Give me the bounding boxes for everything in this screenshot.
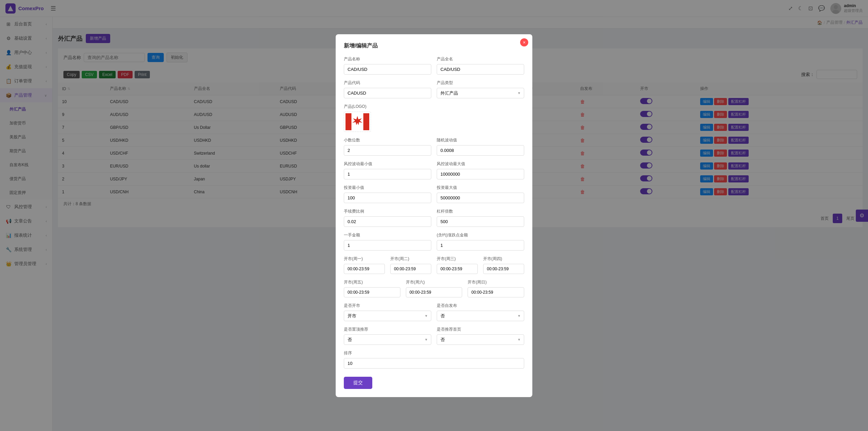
form-row-open-2: 开市(周五) 开市(周六) 开市(周日) bbox=[344, 279, 524, 297]
form-group-risk-max: 风控波动最大值 bbox=[437, 161, 524, 179]
open-fri-label: 开市(周五) bbox=[344, 279, 400, 285]
is-self-publish-select[interactable]: 否 是 bbox=[437, 311, 524, 321]
open-wed-label: 开市(周三) bbox=[437, 256, 478, 262]
open-mon-label: 开市(周一) bbox=[344, 256, 385, 262]
sort-label: 排序 bbox=[344, 350, 524, 356]
form-group-invest-min: 投资最小值 bbox=[344, 185, 431, 203]
form-group-open-sat: 开市(周六) bbox=[406, 279, 462, 297]
is-self-publish-label: 是否自发布 bbox=[437, 303, 524, 309]
form-row-6: 手续费比例 杠杆倍数 bbox=[344, 209, 524, 227]
form-group-risk-min: 风控波动最小值 bbox=[344, 161, 431, 179]
form-group-is-top: 是否置顶推荐 否 是 bbox=[344, 327, 431, 345]
open-sat-label: 开市(周六) bbox=[406, 279, 462, 285]
is-top-wrapper: 否 是 bbox=[344, 334, 431, 345]
modal-overlay: 新增/编辑产品 × 产品名称 产品全名 产品代码 产品类型 bbox=[0, 0, 868, 431]
form-row-3: 小数位数 随机波动值 bbox=[344, 137, 524, 156]
product-name-label: 产品名称 bbox=[344, 56, 431, 62]
sort-input[interactable] bbox=[344, 358, 524, 369]
random-fluctuation-input[interactable] bbox=[437, 145, 524, 156]
is-open-label: 是否开市 bbox=[344, 303, 431, 309]
risk-min-input[interactable] bbox=[344, 169, 431, 179]
risk-max-input[interactable] bbox=[437, 169, 524, 179]
lot-amount-input[interactable] bbox=[344, 240, 431, 251]
form-group-open-fri: 开市(周五) bbox=[344, 279, 400, 297]
form-group-is-open: 是否开市 开市 休市 bbox=[344, 303, 431, 321]
decimal-input[interactable] bbox=[344, 145, 431, 156]
logo-preview[interactable] bbox=[344, 112, 371, 132]
is-homepage-select[interactable]: 否 是 bbox=[437, 334, 524, 345]
form-group-product-type: 产品类型 外汇产品 加密货币 美股产品 期货产品 bbox=[437, 80, 524, 98]
spread-label: (含约)涨跌点金额 bbox=[437, 232, 524, 238]
open-sun-input[interactable] bbox=[468, 287, 524, 297]
form-group-is-self-publish: 是否自发布 否 是 bbox=[437, 303, 524, 321]
product-type-label: 产品类型 bbox=[437, 80, 524, 86]
is-homepage-wrapper: 否 是 bbox=[437, 334, 524, 345]
product-code-input[interactable] bbox=[344, 88, 431, 98]
open-fri-input[interactable] bbox=[344, 287, 400, 297]
invest-min-label: 投资最小值 bbox=[344, 185, 431, 191]
product-type-select[interactable]: 外汇产品 加密货币 美股产品 期货产品 bbox=[437, 88, 524, 98]
form-row-7: 一手金额 (含约)涨跌点金额 bbox=[344, 232, 524, 251]
product-fullname-input[interactable] bbox=[437, 64, 524, 75]
modal-close-button[interactable]: × bbox=[520, 38, 528, 46]
form-group-invest-max: 投资最大值 bbox=[437, 185, 524, 203]
product-code-label: 产品代码 bbox=[344, 80, 431, 86]
form-group-lot-amount: 一手金额 bbox=[344, 232, 431, 251]
fee-ratio-label: 手续费比例 bbox=[344, 209, 431, 214]
is-top-label: 是否置顶推荐 bbox=[344, 327, 431, 332]
form-group-open-sun: 开市(周日) bbox=[468, 279, 524, 297]
logo-label: 产品(LOGO) bbox=[344, 104, 524, 110]
product-fullname-label: 产品全名 bbox=[437, 56, 524, 62]
open-tue-input[interactable] bbox=[390, 264, 431, 274]
form-group-product-name: 产品名称 bbox=[344, 56, 431, 75]
form-group-open-mon: 开市(周一) bbox=[344, 256, 385, 274]
is-open-select[interactable]: 开市 休市 bbox=[344, 311, 431, 321]
open-wed-input[interactable] bbox=[437, 264, 478, 274]
form-row-open-1: 开市(周一) 开市(周二) 开市(周三) 开市(周四) bbox=[344, 256, 524, 274]
form-group-open-thu: 开市(周四) bbox=[483, 256, 524, 274]
random-fluctuation-label: 随机波动值 bbox=[437, 137, 524, 143]
leverage-label: 杠杆倍数 bbox=[437, 209, 524, 214]
submit-button[interactable]: 提交 bbox=[344, 377, 372, 389]
product-type-wrapper: 外汇产品 加密货币 美股产品 期货产品 bbox=[437, 88, 524, 98]
open-tue-label: 开市(周二) bbox=[390, 256, 431, 262]
form-row-11: 是否置顶推荐 否 是 是否推荐首页 否 是 bbox=[344, 327, 524, 345]
spread-input[interactable] bbox=[437, 240, 524, 251]
form-group-sort: 排序 bbox=[344, 350, 524, 369]
form-row-2: 产品代码 产品类型 外汇产品 加密货币 美股产品 期货产品 bbox=[344, 80, 524, 98]
open-thu-label: 开市(周四) bbox=[483, 256, 524, 262]
modal-title: 新增/编辑产品 bbox=[344, 42, 524, 50]
form-row-5: 投资最小值 投资最大值 bbox=[344, 185, 524, 203]
open-sun-label: 开市(周日) bbox=[468, 279, 524, 285]
fee-ratio-input[interactable] bbox=[344, 216, 431, 227]
decimal-label: 小数位数 bbox=[344, 137, 431, 143]
is-open-wrapper: 开市 休市 bbox=[344, 311, 431, 321]
form-group-open-tue: 开市(周二) bbox=[390, 256, 431, 274]
form-row-12: 排序 bbox=[344, 350, 524, 369]
risk-max-label: 风控波动最大值 bbox=[437, 161, 524, 167]
product-name-input[interactable] bbox=[344, 64, 431, 75]
modal-dialog: 新增/编辑产品 × 产品名称 产品全名 产品代码 产品类型 bbox=[336, 34, 532, 397]
lot-amount-label: 一手金额 bbox=[344, 232, 431, 238]
form-group-leverage: 杠杆倍数 bbox=[437, 209, 524, 227]
form-row-1: 产品名称 产品全名 bbox=[344, 56, 524, 75]
form-group-random-fluctuation: 随机波动值 bbox=[437, 137, 524, 156]
is-top-select[interactable]: 否 是 bbox=[344, 334, 431, 345]
open-mon-input[interactable] bbox=[344, 264, 385, 274]
invest-max-input[interactable] bbox=[437, 193, 524, 203]
invest-min-input[interactable] bbox=[344, 193, 431, 203]
form-group-is-homepage: 是否推荐首页 否 是 bbox=[437, 327, 524, 345]
form-group-product-fullname: 产品全名 bbox=[437, 56, 524, 75]
form-group-fee-ratio: 手续费比例 bbox=[344, 209, 431, 227]
open-thu-input[interactable] bbox=[483, 264, 524, 274]
leverage-input[interactable] bbox=[437, 216, 524, 227]
logo-section: 产品(LOGO) bbox=[344, 104, 524, 132]
form-group-open-wed: 开市(周三) bbox=[437, 256, 478, 274]
invest-max-label: 投资最大值 bbox=[437, 185, 524, 191]
is-self-publish-wrapper: 否 是 bbox=[437, 311, 524, 321]
open-sat-input[interactable] bbox=[406, 287, 462, 297]
form-group-product-code: 产品代码 bbox=[344, 80, 431, 98]
risk-min-label: 风控波动最小值 bbox=[344, 161, 431, 167]
form-row-4: 风控波动最小值 风控波动最大值 bbox=[344, 161, 524, 179]
form-group-spread: (含约)涨跌点金额 bbox=[437, 232, 524, 251]
